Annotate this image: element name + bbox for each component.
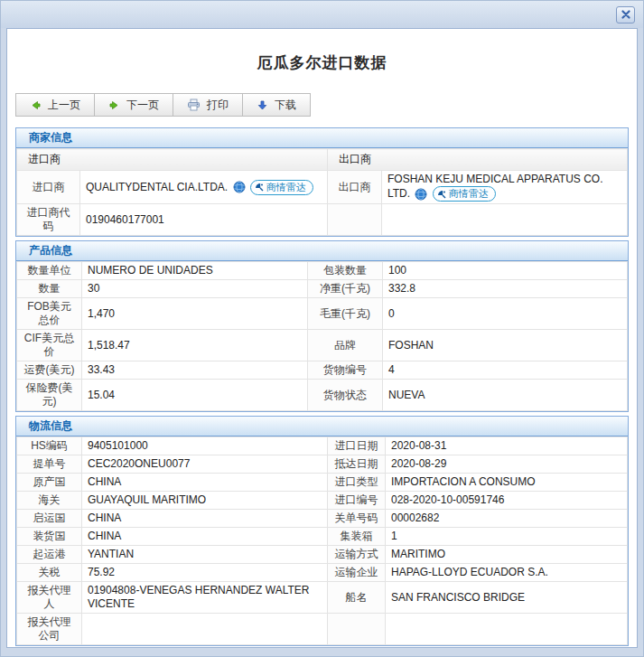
section-merchant: 商家信息 进口商 出口商 进口商 QUALITYDENTAL CIA.LTDA. [15,127,629,237]
table-row: 保险费(美元) 15.04 货物状态 NUEVA [17,380,628,411]
field-label: 货物状态 [308,380,383,411]
field-value: NUMERO DE UNIDADES [82,262,308,280]
dialog-content: 厄瓜多尔进口数据 上一页 下一页 [6,28,638,648]
print-button[interactable]: 打印 [173,93,243,117]
field-label: 报关代理公司 [17,614,82,645]
field-label: 集装箱 [328,528,386,546]
arrow-right-icon [108,99,120,111]
field-label: 报关代理人 [17,582,82,614]
download-button[interactable]: 下载 [242,93,311,117]
field-value: 1,470 [82,298,308,330]
field-label: 品牌 [308,330,383,361]
close-icon [621,10,630,19]
title-bar [1,1,643,28]
field-value: 1,518.47 [82,330,308,361]
field-value: SAN FRANCISCO BRIDGE [386,582,628,614]
field-label: CIF美元总价 [17,330,82,361]
radar-icon [255,183,264,192]
field-value: HAPAG-LLOYD ECUADOR S.A. [386,564,628,582]
field-label: 出口商 [328,171,382,204]
table-row: 起运港 YANTIAN 运输方式 MARITIMO [17,546,628,564]
field-label: 提单号 [17,455,82,474]
table-row: HS编码 9405101000 进口日期 2020-08-31 [17,437,628,455]
field-label: 保险费(美元) [17,380,82,411]
page-title: 厄瓜多尔进口数据 [7,52,637,73]
field-label: 运费(美元) [17,361,82,380]
arrow-left-icon [30,99,42,111]
section-product: 产品信息 数量单位 NUMERO DE UNIDADES 包装数量 100 数量… [15,240,629,412]
merchant-table: 进口商 出口商 进口商 QUALITYDENTAL CIA.LTDA. [16,148,628,236]
field-label: 起运港 [17,546,82,564]
field-label: 运输方式 [328,546,386,564]
importer-value-cell: QUALITYDENTAL CIA.LTDA. [80,171,328,204]
field-label: 抵达日期 [328,455,386,474]
product-table: 数量单位 NUMERO DE UNIDADES 包装数量 100 数量 30 净… [16,261,628,411]
business-radar-badge[interactable]: 商情雷达 [433,186,496,202]
table-row: FOB美元总价 1,470 毛重(千克) 0 [17,298,628,330]
close-button[interactable] [616,6,635,23]
field-value: 15.04 [82,380,308,411]
globe-icon[interactable] [415,188,427,201]
field-value: 9405101000 [82,437,328,455]
field-value: 332.8 [383,280,628,298]
table-row: 进口商 QUALITYDENTAL CIA.LTDA. [17,171,628,204]
field-value: 33.43 [82,361,308,380]
product-section-title: 产品信息 [16,241,628,261]
table-row: 报关代理人 01904808-VENEGAS HERNANDEZ WALTER … [17,582,628,614]
logistics-section-title: 物流信息 [16,417,628,436]
field-value: 2020-08-29 [386,455,628,474]
logistics-table: HS编码 9405101000 进口日期 2020-08-31 提单号 CEC2… [16,436,628,645]
field-value [382,204,628,236]
field-label: HS编码 [17,437,82,455]
exporter-value-cell: FOSHAN KEJU MEDICAL APPARATUS CO. LTD. [382,171,628,204]
next-page-button[interactable]: 下一页 [94,93,173,117]
radar-icon [437,190,446,199]
field-label: 净重(千克) [308,280,383,298]
field-label [328,614,386,645]
table-row: 海关 GUAYAQUIL MARITIMO 进口编号 028-2020-10-0… [17,492,628,510]
download-label: 下载 [275,98,296,113]
field-value: 0190460177001 [80,204,328,236]
field-value [386,614,628,645]
field-label: 数量单位 [17,262,82,280]
field-value: 100 [383,262,628,280]
field-label: 原产国 [17,474,82,492]
globe-icon[interactable] [233,181,246,193]
field-label: 进口编号 [328,492,386,510]
exporter-group-header: 出口商 [328,149,628,171]
table-row: 启运国 CHINA 关单号码 00002682 [17,510,628,528]
field-value: YANTIAN [82,546,328,564]
field-value: CHINA [82,474,328,492]
table-row: 进口商代码 0190460177001 [17,204,628,236]
field-label: 进口商代码 [17,204,80,236]
field-value: GUAYAQUIL MARITIMO [82,492,328,510]
field-value: CHINA [82,528,328,546]
field-label: 运输企业 [328,564,386,582]
field-label: 包装数量 [308,262,383,280]
importer-name: QUALITYDENTAL CIA.LTDA. [86,180,228,192]
prev-page-button[interactable]: 上一页 [15,93,95,117]
field-value: 1 [386,528,628,546]
merchant-section-title: 商家信息 [16,128,628,148]
table-row: 报关代理公司 [17,614,628,645]
business-radar-badge[interactable]: 商情雷达 [250,180,313,195]
field-value: CHINA [82,510,328,528]
field-label: 货物编号 [308,361,383,380]
field-label: 装货国 [17,528,82,546]
field-label: 数量 [17,280,82,298]
field-label: 进口类型 [328,474,386,492]
field-value: IMPORTACION A CONSUMO [386,474,628,492]
arrow-down-icon [257,99,268,111]
field-label: 海关 [17,492,82,510]
table-row: 提单号 CEC2020ONEU0077 抵达日期 2020-08-29 [17,455,628,474]
table-row: 运费(美元) 33.43 货物编号 4 [17,361,628,380]
field-value: 01904808-VENEGAS HERNANDEZ WALTER VICENT… [82,582,328,614]
section-logistics: 物流信息 HS编码 9405101000 进口日期 2020-08-31 提单号… [15,416,629,646]
field-value: 30 [82,280,308,298]
field-label: 进口日期 [328,437,386,455]
badge-label: 商情雷达 [449,188,489,200]
print-label: 打印 [207,98,229,113]
table-row: 数量 30 净重(千克) 332.8 [17,280,628,298]
field-value: 0 [383,298,628,330]
field-label: 启运国 [17,510,82,528]
